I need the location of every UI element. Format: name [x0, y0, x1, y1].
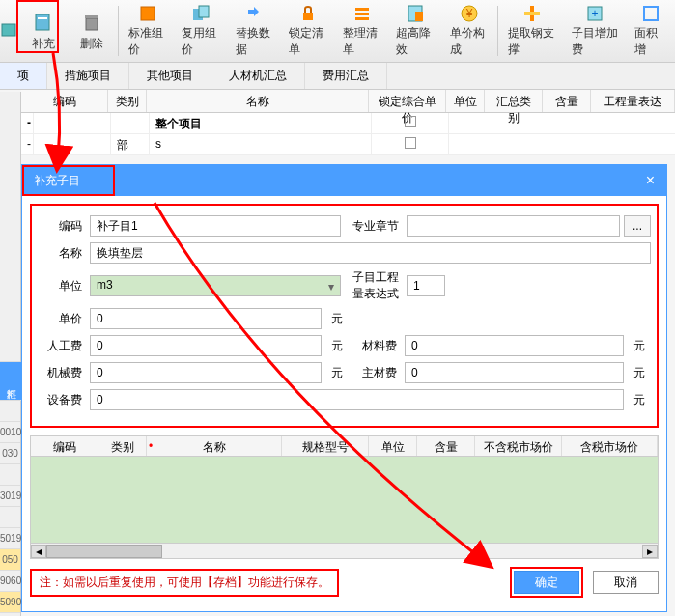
supplement-label: 补充: [32, 36, 55, 52]
part-type: 部: [111, 134, 150, 154]
project-name: 整个项目: [150, 113, 372, 133]
delete-label: 删除: [80, 36, 103, 52]
red-highlight-form: 编码 专业章节 ... 名称 单位 m3 子目工程量表达式 单价 元: [30, 204, 659, 428]
label-name: 名称: [38, 245, 86, 262]
lock-checkbox-2[interactable]: [405, 137, 416, 149]
unit-price-button[interactable]: ¥单价构成: [442, 2, 496, 60]
ultra-label: 超高降效: [396, 25, 435, 58]
area-label: 面积增: [634, 25, 667, 58]
tidy-label: 整理清单: [343, 25, 381, 58]
label-machine: 机械费: [38, 365, 86, 381]
col-code: 编码: [21, 90, 108, 112]
insert-button[interactable]: [0, 2, 19, 60]
label-code: 编码: [38, 218, 86, 235]
horizontal-scrollbar[interactable]: ◂ ▸: [30, 544, 659, 559]
svg-rect-9: [355, 8, 369, 11]
section-tabs: 项 措施项目 其他项目 人材机汇总 费用汇总: [0, 63, 675, 90]
sub-col-tax: 含税市场价: [562, 436, 658, 456]
tab-item[interactable]: 项: [0, 63, 47, 89]
std-group-button[interactable]: 标准组价: [121, 2, 175, 60]
label-chapter: 专业章节: [345, 218, 403, 235]
tab-measure[interactable]: 措施项目: [47, 63, 129, 89]
svg-text:+: +: [592, 7, 599, 20]
tidy-list-button[interactable]: 整理清单: [335, 2, 389, 60]
supplement-dialog: 补充子目 × 编码 专业章节 ... 名称 单位 m3 子目工程量表达式: [21, 164, 667, 612]
svg-rect-17: [524, 12, 540, 15]
machine-input[interactable]: [90, 362, 322, 383]
reuse-group-button[interactable]: 复用组价: [174, 2, 228, 60]
sub-col-spec: 规格型号: [282, 436, 369, 456]
main-toolbar: 补充 删除 标准组价 复用组价 替换数据 锁定清单 整理清单 超高降效 ¥单价构…: [0, 0, 675, 63]
sub-extra-button[interactable]: +子目增加费: [564, 2, 627, 60]
yuan-suffix-4: 元: [325, 365, 349, 381]
scroll-right-icon[interactable]: ▸: [642, 545, 658, 558]
cancel-button[interactable]: 取消: [593, 571, 659, 594]
col-lock: 锁定综合单价: [369, 90, 446, 112]
tab-rcj[interactable]: 人材机汇总: [211, 63, 305, 89]
tab-fee[interactable]: 费用汇总: [305, 63, 387, 89]
sub-col-unit: 单位: [369, 436, 417, 456]
material-input[interactable]: [405, 335, 624, 356]
sub-table-header: 编码 类别 •名称 规格型号 单位 含量 不含税市场价 含税市场价: [30, 435, 659, 457]
labor-input[interactable]: [90, 335, 322, 356]
ultra-high-button[interactable]: 超高降效: [388, 2, 442, 60]
yuan-suffix-2: 元: [325, 338, 349, 354]
extract-steel-button[interactable]: 提取钢支撑: [500, 2, 563, 60]
dialog-titlebar: 补充子目 ×: [22, 165, 666, 196]
chapter-input[interactable]: [407, 215, 620, 237]
code-input[interactable]: [90, 215, 341, 237]
row-number-strip: 汇料 0010 030 3019 5019 050 9060 5090: [0, 92, 21, 616]
col-qty: 含量: [543, 90, 591, 112]
svg-rect-7: [199, 6, 209, 17]
browse-button[interactable]: ...: [624, 215, 651, 237]
sub-col-code: 编码: [31, 436, 98, 456]
supplement-button[interactable]: 补充: [19, 2, 68, 60]
label-price: 单价: [38, 311, 86, 327]
grid-header: 编码 类别 名称 锁定综合单价 单位 汇总类别 含量 工程量表达: [21, 90, 675, 113]
svg-rect-20: [644, 7, 658, 20]
scroll-left-icon[interactable]: ◂: [31, 545, 46, 558]
area-add-button[interactable]: 面积增: [627, 2, 675, 60]
unit-value: m3: [97, 278, 113, 292]
yuan-suffix: 元: [325, 311, 349, 327]
lock-checkbox[interactable]: [405, 116, 416, 127]
label-equip: 设备费: [38, 392, 86, 408]
sub-col-type: 类别: [98, 436, 147, 456]
sub-eng-input[interactable]: [407, 275, 445, 296]
svg-rect-8: [303, 13, 313, 20]
scroll-thumb[interactable]: [46, 545, 162, 558]
col-eng: 工程量表达: [591, 90, 675, 112]
std-group-label: 标准组价: [128, 25, 167, 58]
svg-rect-2: [38, 17, 47, 19]
sub-table-body[interactable]: [30, 457, 659, 544]
label-mainmat: 主材费: [352, 365, 401, 381]
svg-rect-4: [85, 15, 98, 18]
col-sumtype: 汇总类别: [485, 90, 543, 112]
ok-button[interactable]: 确定: [514, 571, 579, 594]
price-input[interactable]: [90, 308, 322, 329]
col-type: 类别: [108, 90, 147, 112]
label-unit: 单位: [38, 278, 86, 294]
tab-other[interactable]: 其他项目: [129, 63, 211, 89]
svg-rect-0: [2, 24, 15, 36]
delete-button[interactable]: 删除: [68, 2, 116, 60]
label-labor: 人工费: [38, 338, 86, 354]
yuan-suffix-3: 元: [628, 338, 651, 354]
replace-data-button[interactable]: 替换数据: [228, 2, 282, 60]
note-text: 注：如需以后重复使用，可使用【存档】功能进行保存。: [30, 569, 339, 597]
mainmat-input[interactable]: [405, 362, 624, 383]
close-icon[interactable]: ×: [646, 172, 655, 189]
red-highlight-ok: 确定: [510, 567, 583, 598]
svg-rect-5: [141, 7, 155, 20]
svg-rect-11: [355, 17, 369, 20]
grid-row-project[interactable]: - 整个项目: [21, 113, 675, 134]
name-input[interactable]: [90, 242, 651, 264]
unitprice-label: 单价构成: [450, 25, 489, 58]
grid-row-part[interactable]: - 部 s: [21, 134, 675, 155]
svg-rect-1: [36, 14, 49, 30]
equip-input[interactable]: [90, 389, 624, 410]
lock-list-button[interactable]: 锁定清单: [281, 2, 335, 60]
yuan-suffix-5: 元: [628, 365, 651, 381]
svg-rect-3: [86, 18, 98, 30]
unit-select[interactable]: m3: [90, 275, 341, 296]
